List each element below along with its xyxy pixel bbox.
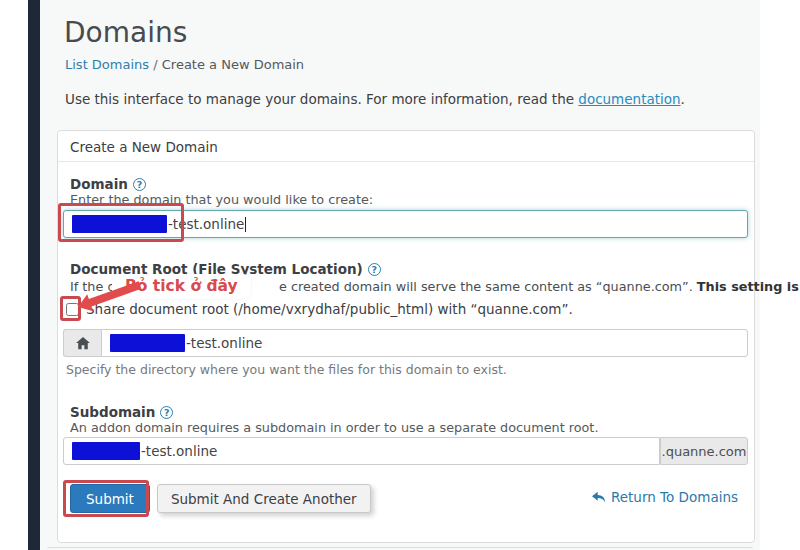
- reply-arrow-icon: [591, 491, 606, 504]
- subdomain-input-value: -test.online: [141, 443, 217, 459]
- intro-before: Use this interface to manage your domain…: [65, 91, 578, 107]
- panel-footer: Submit Submit And Create Another: [70, 484, 371, 513]
- help-icon[interactable]: ?: [368, 263, 381, 276]
- redacted-path-prefix: [110, 334, 185, 352]
- return-link-label: Return To Domains: [611, 489, 738, 505]
- help-icon[interactable]: ?: [133, 178, 146, 191]
- breadcrumb-separator: /: [153, 57, 157, 72]
- subdomain-field-label: Subdomain?: [70, 402, 173, 421]
- subdomain-input-group: -test.online .quanne.com: [63, 437, 748, 465]
- share-docroot-row: Share document root (/home/vxrydhaf/publ…: [66, 301, 573, 317]
- panel-title: Create a New Domain: [70, 139, 218, 155]
- docroot-desc-after: e created domain will serve the same con…: [279, 279, 697, 294]
- domain-field-hint: Enter the domain that you would like to …: [70, 192, 373, 207]
- breadcrumb-list-domains-link[interactable]: List Domains: [65, 57, 149, 72]
- annotation-callout: Bỏ tick ở đây: [112, 274, 251, 299]
- subdomain-field-hint: An addon domain requires a subdomain in …: [70, 420, 598, 435]
- documentation-link[interactable]: documentation: [578, 91, 680, 107]
- docroot-input[interactable]: -test.online: [101, 329, 748, 357]
- submit-and-create-another-button[interactable]: Submit And Create Another: [157, 484, 371, 513]
- return-to-domains-link[interactable]: Return To Domains: [591, 489, 738, 505]
- domain-input[interactable]: -test.online: [63, 210, 748, 238]
- breadcrumb-current: Create a New Domain: [162, 57, 304, 72]
- page-title: Domains: [64, 16, 187, 49]
- domain-field-label: Domain?: [70, 174, 146, 193]
- sidebar-edge-bar: [28, 0, 40, 550]
- subdomain-input[interactable]: -test.online: [63, 437, 660, 465]
- docroot-desc-permanent: This setting is permanent.: [697, 279, 800, 294]
- redacted-domain-prefix: [72, 215, 167, 233]
- text-cursor: [245, 217, 246, 232]
- redacted-subdomain-prefix: [72, 442, 140, 460]
- intro-after: .: [681, 91, 685, 107]
- panel-header: Create a New Domain: [58, 131, 754, 162]
- subdomain-suffix-addon: .quanne.com: [660, 437, 748, 465]
- create-domain-panel: Create a New Domain Domain? Enter the do…: [57, 130, 755, 543]
- docroot-hint: Specify the directory where you want the…: [66, 362, 507, 377]
- domain-input-value: -test.online: [168, 216, 244, 232]
- docroot-input-group: -test.online: [63, 329, 748, 357]
- home-icon: [63, 329, 101, 357]
- submit-button[interactable]: Submit: [70, 484, 150, 513]
- intro-text: Use this interface to manage your domain…: [65, 91, 685, 107]
- docroot-input-value: -test.online: [186, 335, 262, 351]
- help-icon[interactable]: ?: [160, 406, 173, 419]
- share-docroot-label[interactable]: Share document root (/home/vxrydhaf/publ…: [86, 301, 573, 317]
- breadcrumb: List Domains / Create a New Domain: [65, 57, 304, 72]
- share-docroot-checkbox[interactable]: [66, 303, 79, 316]
